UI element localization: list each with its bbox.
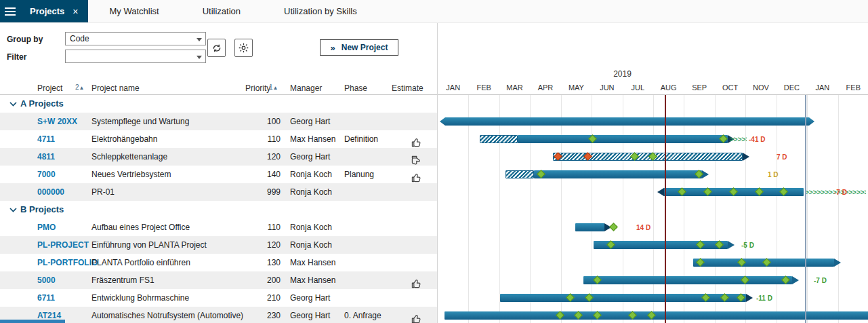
gantt-row <box>438 201 868 218</box>
gantt-row: 7 D <box>438 148 868 166</box>
chevron-down-icon <box>197 56 202 59</box>
project-code-link[interactable]: PL-PROJECT <box>37 240 89 250</box>
project-phase: Definition <box>344 134 378 144</box>
project-code-link[interactable]: PMO <box>37 223 56 232</box>
thumbs-up-icon <box>411 314 421 323</box>
month-label: SEP <box>684 83 714 92</box>
month-label: MAR <box>499 83 530 92</box>
project-code-link[interactable]: S+W 20XX <box>37 117 77 126</box>
settings-button[interactable] <box>234 39 253 57</box>
bar-end-arrow-icon <box>743 153 749 161</box>
gantt-bar[interactable] <box>505 170 534 178</box>
project-code-link[interactable]: 4711 <box>37 134 55 144</box>
thumbs-side-icon <box>411 155 421 166</box>
delay-label: -11 D <box>756 294 772 302</box>
bar-end-arrow-icon <box>834 259 841 267</box>
project-code-link[interactable]: 000000 <box>37 187 64 197</box>
month-label: JAN <box>807 83 838 92</box>
refresh-button[interactable] <box>207 39 226 57</box>
double-chevron-icon: » <box>331 43 335 53</box>
col-phase[interactable]: Phase <box>344 83 367 93</box>
gantt-bar[interactable] <box>553 153 743 161</box>
gantt-row: -5 D <box>438 236 868 254</box>
hamburger-menu-icon[interactable] <box>0 0 20 22</box>
table-row[interactable]: S+W 20XXSystempflege und Wartung100Georg… <box>0 113 437 130</box>
month-label: DEC <box>777 83 807 92</box>
gantt-rows: >>>>>-41 D7 D1 D>>>>>>>>>>>>>>>>-7 D14 D… <box>438 95 868 323</box>
tab-my-watchlist[interactable]: My Watchlist <box>88 0 181 22</box>
col-project-name[interactable]: Project name <box>91 83 140 93</box>
gantt-bar[interactable] <box>518 135 728 143</box>
table-row[interactable]: 7000Neues Vertriebsystem140Ronja KochPla… <box>0 166 437 183</box>
project-code-link[interactable]: AT214 <box>37 311 61 320</box>
new-project-button[interactable]: » New Project <box>320 39 398 56</box>
project-code-link[interactable]: PL-PORTFOLIO <box>37 258 98 267</box>
project-name: PLANTA Portfolio einführen <box>91 258 190 267</box>
project-name: Automatisches Notrufsystem (Automotive) <box>91 311 243 320</box>
project-manager: Ronja Koch <box>290 240 332 250</box>
project-name: PR-01 <box>91 187 115 197</box>
project-code-link[interactable]: 7000 <box>37 170 56 179</box>
delay-label: -7 D <box>834 189 847 196</box>
close-icon[interactable]: × <box>73 7 78 16</box>
sort-badge-priority[interactable]: 1▲ <box>269 83 278 91</box>
gantt-bar[interactable] <box>583 276 792 284</box>
gantt-panel: 2019 JANFEBMARAPRMAYJUNJULAUGSEPOCTNOVDE… <box>437 23 868 323</box>
project-manager: Max Hansen <box>290 258 335 267</box>
table-row[interactable]: AT214Automatisches Notrufsystem (Automot… <box>0 307 437 323</box>
gantt-row: -11 D <box>438 289 868 307</box>
gantt-bar[interactable] <box>575 223 604 231</box>
col-estimate[interactable]: Estimate <box>392 83 423 93</box>
tab-utilization-by-skills[interactable]: Utilization by Skills <box>262 0 379 22</box>
refresh-icon <box>211 43 222 54</box>
col-priority[interactable]: Priority <box>245 83 270 93</box>
table-row[interactable]: 5000Fräszentrum FS1200Max Hansen <box>0 271 437 289</box>
group-label: A Projects <box>20 98 64 109</box>
bar-end-arrow-icon <box>728 241 735 249</box>
month-label: JUL <box>623 83 653 92</box>
table-row[interactable]: 000000PR-01999Ronja Koch <box>0 183 437 201</box>
gantt-bar[interactable] <box>534 170 702 178</box>
table-row[interactable]: PMOAufbau eines Project Office110Ronja K… <box>0 218 437 236</box>
group-row[interactable]: B Projects <box>0 201 437 218</box>
col-project[interactable]: Project <box>37 83 62 93</box>
project-manager: Max Hansen <box>290 276 335 285</box>
horizontal-scrollbar-thumb[interactable] <box>0 320 65 323</box>
gantt-row <box>438 95 868 113</box>
gantt-bar[interactable] <box>480 135 518 143</box>
table-row[interactable]: PL-PORTFOLIOPLANTA Portfolio einführen13… <box>0 254 437 271</box>
thumbs-up-icon <box>411 278 421 289</box>
project-code-link[interactable]: 6711 <box>37 293 55 303</box>
project-code-link[interactable]: 5000 <box>37 276 56 285</box>
sort-badge-project[interactable]: 2▲ <box>75 83 84 91</box>
chevron-down-icon[interactable] <box>9 102 17 107</box>
tab-projects-label: Projects <box>30 6 64 16</box>
tab-utilization[interactable]: Utilization <box>181 0 262 22</box>
group-by-select[interactable]: Code <box>65 32 206 45</box>
group-row[interactable]: A Projects <box>0 95 437 113</box>
filter-select[interactable] <box>65 50 206 63</box>
col-manager[interactable]: Manager <box>290 83 322 93</box>
project-code-link[interactable]: 4811 <box>37 152 55 162</box>
today-line <box>665 95 666 323</box>
project-phase: 0. Anfrage <box>344 311 381 320</box>
filter-label: Filter <box>7 52 26 62</box>
table-row[interactable]: PL-PROJECTEinführung von PLANTA Project1… <box>0 236 437 254</box>
chevron-down-icon[interactable] <box>9 208 17 212</box>
table-header: Project 2▲ Project name Priority 1▲ Mana… <box>0 81 437 95</box>
gantt-row: -7 D <box>438 271 868 289</box>
gantt-bar[interactable] <box>440 117 814 126</box>
delay-label: 14 D <box>636 224 650 231</box>
tab-projects-active[interactable]: Projects × <box>20 0 88 22</box>
chevron-down-icon <box>197 38 202 41</box>
project-name: Schleppkettenanlage <box>91 152 167 162</box>
thumbs-up-icon <box>411 172 421 183</box>
delay-label: -5 D <box>741 242 754 249</box>
project-name: Elektrohängebahn <box>91 134 157 144</box>
gantt-row: 14 D <box>438 218 868 236</box>
table-row[interactable]: 4711Elektrohängebahn110Max HansenDefinit… <box>0 130 437 148</box>
project-name: Einführung von PLANTA Project <box>91 240 207 250</box>
thumbs-up-icon <box>411 137 421 148</box>
table-row[interactable]: 6711Entwicklung Bohrmaschine210Georg Har… <box>0 289 437 307</box>
table-row[interactable]: 4811Schleppkettenanlage120Georg Hart <box>0 148 437 166</box>
